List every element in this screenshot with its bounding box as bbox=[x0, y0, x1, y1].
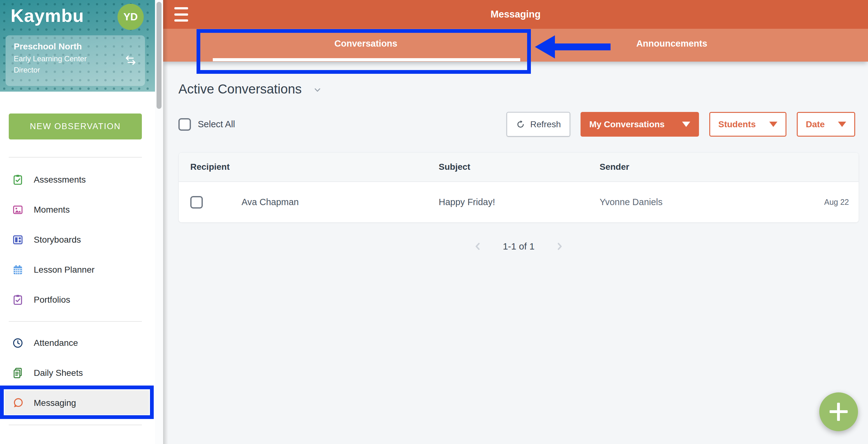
sidebar-scrollbar[interactable] bbox=[155, 0, 163, 444]
next-page-icon[interactable] bbox=[554, 241, 565, 252]
new-message-fab[interactable] bbox=[819, 392, 858, 431]
prev-page-icon[interactable] bbox=[472, 241, 484, 252]
tab-announcements-label: Announcements bbox=[636, 38, 707, 49]
students-dropdown[interactable]: Students bbox=[709, 112, 786, 137]
sidebar-divider bbox=[9, 321, 142, 322]
sidebar-item-lesson-planner[interactable]: Lesson Planner bbox=[9, 255, 142, 285]
pagination: 1-1 of 1 bbox=[178, 238, 859, 255]
students-label: Students bbox=[718, 119, 756, 129]
select-all[interactable]: Select All bbox=[178, 118, 235, 131]
tab-conversations-label: Conversations bbox=[334, 38, 397, 49]
sidebar-item-label: Daily Sheets bbox=[34, 368, 83, 378]
user-avatar[interactable]: YD bbox=[118, 4, 144, 30]
refresh-label: Refresh bbox=[530, 119, 561, 129]
sidebar-divider bbox=[9, 424, 142, 425]
layout-icon bbox=[12, 234, 24, 246]
select-all-checkbox[interactable] bbox=[178, 118, 191, 131]
sidebar-item-label: Assessments bbox=[34, 175, 86, 185]
main-content: Messaging Conversations Announcements Ac… bbox=[163, 0, 868, 444]
school-switcher-card[interactable]: Preschool North Early Learning Center Di… bbox=[6, 35, 145, 86]
section-title: Active Conversations bbox=[178, 82, 302, 97]
date-label: Date bbox=[806, 119, 825, 129]
column-subject: Subject bbox=[439, 162, 599, 172]
scrollbar-thumb[interactable] bbox=[157, 2, 161, 109]
column-recipient: Recipient bbox=[190, 162, 439, 172]
sidebar-item-reports[interactable]: Reports bbox=[9, 438, 142, 444]
menu-icon[interactable] bbox=[174, 7, 188, 22]
sender-cell: Yvonne Daniels bbox=[599, 197, 797, 207]
sidebar-item-daily-sheets[interactable]: Daily Sheets bbox=[9, 358, 142, 388]
sidebar-item-label: Moments bbox=[34, 205, 70, 215]
column-sender: Sender bbox=[599, 162, 797, 172]
my-conversations-label: My Conversations bbox=[589, 119, 664, 129]
calendar-icon bbox=[12, 264, 24, 276]
date-cell: Aug 22 bbox=[797, 198, 849, 207]
filter-buttons: Refresh My Conversations Students Date bbox=[506, 112, 855, 137]
date-dropdown[interactable]: Date bbox=[797, 112, 855, 137]
sidebar-item-label: Lesson Planner bbox=[34, 265, 95, 275]
clipboard-check-icon bbox=[12, 174, 24, 186]
clock-icon bbox=[12, 337, 24, 349]
caret-down-icon bbox=[838, 122, 846, 127]
sidebar-item-label: Storyboards bbox=[34, 235, 81, 245]
image-icon bbox=[12, 204, 24, 216]
recipient-avatar bbox=[210, 192, 231, 213]
sidebar-divider bbox=[9, 157, 142, 157]
page-title: Messaging bbox=[163, 0, 868, 29]
table-row[interactable]: Ava Chapman Happy Friday! Yvonne Daniels… bbox=[179, 182, 859, 222]
select-all-label: Select All bbox=[198, 119, 235, 129]
chat-bubble-icon bbox=[12, 397, 24, 409]
subject-cell: Happy Friday! bbox=[439, 197, 599, 207]
kaymbu-logo: Kaymbu bbox=[11, 5, 84, 26]
row-checkbox[interactable] bbox=[190, 196, 203, 209]
sidebar-item-label: Attendance bbox=[34, 338, 78, 348]
school-name: Preschool North bbox=[14, 41, 137, 52]
recipient-cell: Ava Chapman bbox=[190, 192, 439, 213]
sidebar: Kaymbu YD Preschool North Early Learning… bbox=[0, 0, 155, 444]
sidebar-item-label: Messaging bbox=[34, 398, 76, 408]
refresh-icon bbox=[516, 120, 525, 129]
tab-announcements[interactable]: Announcements bbox=[578, 29, 766, 58]
sidebar-item-moments[interactable]: Moments bbox=[9, 195, 142, 225]
new-observation-button[interactable]: NEW OBSERVATION bbox=[9, 114, 142, 140]
conversations-table: Recipient Subject Sender Ava Chapman Hap… bbox=[178, 152, 859, 223]
sidebar-header: Kaymbu YD Preschool North Early Learning… bbox=[0, 0, 155, 92]
sidebar-item-storyboards[interactable]: Storyboards bbox=[9, 225, 142, 255]
kaymbu-app: Kaymbu YD Preschool North Early Learning… bbox=[0, 0, 868, 444]
refresh-button[interactable]: Refresh bbox=[506, 112, 570, 137]
filter-row: Select All Refresh My Conversations bbox=[178, 112, 859, 137]
section-heading-row: Active Conversations bbox=[178, 82, 859, 97]
caret-down-icon bbox=[769, 122, 777, 127]
sidebar-item-messaging[interactable]: Messaging bbox=[9, 388, 142, 418]
sidebar-item-portfolios[interactable]: Portfolios bbox=[9, 285, 142, 315]
sidebar-item-assessments[interactable]: Assessments bbox=[9, 165, 142, 195]
school-subtitle: Early Learning Center bbox=[14, 54, 137, 63]
sidebar-item-label: Portfolios bbox=[34, 295, 70, 305]
sidebar-item-attendance[interactable]: Attendance bbox=[9, 328, 142, 358]
chevron-down-icon[interactable] bbox=[312, 85, 322, 95]
school-role: Director bbox=[14, 66, 137, 75]
caret-down-icon bbox=[682, 122, 690, 127]
conversations-panel: Active Conversations Select All bbox=[163, 62, 868, 255]
recipient-name: Ava Chapman bbox=[242, 197, 299, 207]
active-tab-indicator bbox=[213, 58, 520, 61]
pagination-label: 1-1 of 1 bbox=[503, 241, 535, 252]
topbar: Messaging bbox=[163, 0, 868, 29]
tab-conversations[interactable]: Conversations bbox=[272, 29, 460, 58]
clipboard-check-icon bbox=[12, 294, 24, 306]
table-header: Recipient Subject Sender bbox=[179, 153, 859, 182]
my-conversations-dropdown[interactable]: My Conversations bbox=[581, 112, 699, 137]
tab-bar: Conversations Announcements bbox=[163, 29, 868, 62]
switch-school-icon[interactable] bbox=[124, 54, 137, 68]
documents-icon bbox=[12, 367, 24, 379]
